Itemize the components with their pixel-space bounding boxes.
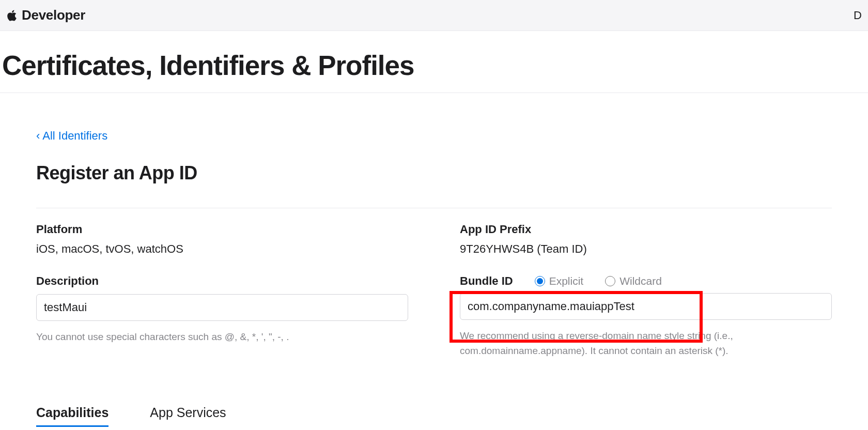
tab-app-services[interactable]: App Services <box>150 405 226 427</box>
nav-right-truncated: D <box>854 9 862 22</box>
radio-wildcard[interactable] <box>605 276 615 286</box>
radio-explicit-group[interactable]: Explicit <box>535 275 584 287</box>
page-title-section: Certificates, Identifiers & Profiles <box>0 31 868 93</box>
right-column: App ID Prefix 9T26YHWS4B (Team ID) Bundl… <box>460 223 832 359</box>
radio-explicit-label: Explicit <box>549 275 584 287</box>
radio-wildcard-group[interactable]: Wildcard <box>605 275 662 287</box>
bundle-id-input[interactable] <box>460 293 832 320</box>
developer-brand-text: Developer <box>22 7 85 23</box>
bundle-id-label: Bundle ID <box>460 274 513 288</box>
nav-brand[interactable]: Developer <box>6 7 85 23</box>
section-heading: Register an App ID <box>36 162 832 184</box>
app-id-prefix-value: 9T26YHWS4B (Team ID) <box>460 242 832 256</box>
bundle-id-header-row: Bundle ID Explicit Wildcard <box>460 274 832 288</box>
top-nav: Developer D <box>0 0 868 31</box>
app-id-prefix-label: App ID Prefix <box>460 223 832 236</box>
description-help-text: You cannot use special characters such a… <box>36 329 408 344</box>
page-title: Certificates, Identifiers & Profiles <box>2 50 866 81</box>
radio-wildcard-label: Wildcard <box>619 275 662 287</box>
tab-capabilities[interactable]: Capabilities <box>36 405 109 427</box>
left-column: Platform iOS, macOS, tvOS, watchOS Descr… <box>36 223 408 359</box>
form-grid: Platform iOS, macOS, tvOS, watchOS Descr… <box>36 223 832 359</box>
radio-explicit[interactable] <box>535 276 545 286</box>
platform-value: iOS, macOS, tvOS, watchOS <box>36 242 408 256</box>
apple-logo-icon <box>6 9 18 22</box>
description-input[interactable] <box>36 294 408 321</box>
bundle-id-help-text: We recommend using a reverse-domain name… <box>460 328 832 359</box>
content: ‹ All Identifiers Register an App ID Pla… <box>0 93 868 427</box>
bundle-input-wrap <box>460 293 832 320</box>
back-link-all-identifiers[interactable]: ‹ All Identifiers <box>36 129 107 143</box>
platform-label: Platform <box>36 223 408 236</box>
divider <box>36 208 832 208</box>
tabs: Capabilities App Services <box>36 405 832 427</box>
description-label: Description <box>36 274 408 288</box>
